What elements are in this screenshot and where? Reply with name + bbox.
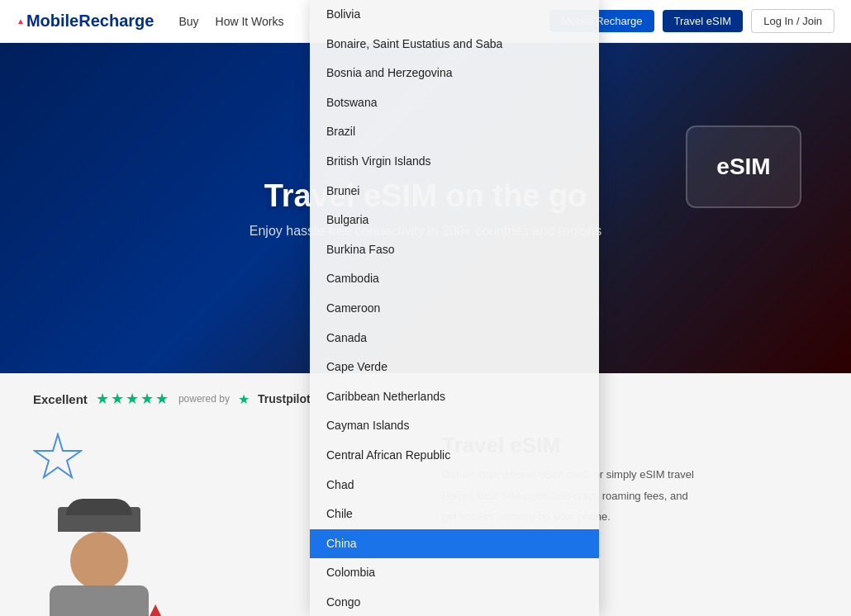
dropdown-item-brazil[interactable]: Brazil (310, 117, 599, 147)
dropdown-item-bonaire[interactable]: Bonaire, Saint Eustatius and Saba (310, 30, 599, 59)
dropdown-item-cape-verde[interactable]: Cape Verde (310, 353, 599, 382)
dropdown-item-bulgaria[interactable]: Bulgaria (310, 206, 599, 235)
face (70, 532, 128, 590)
dropdown-item-brunei[interactable]: Brunei (310, 177, 599, 206)
logo-icon: ▲ (17, 17, 25, 26)
dropdown-item-china[interactable]: China (310, 529, 599, 559)
dropdown-item-british-virgin-islands[interactable]: British Virgin Islands (310, 147, 599, 177)
dropdown-item-burkina-faso[interactable]: Burkina Faso (310, 235, 599, 265)
trustpilot-brand: Trustpilot (258, 392, 311, 405)
login-button[interactable]: Log In / Join (751, 9, 834, 33)
logo-text: MobileRecharge (26, 12, 154, 31)
person-illustration: ▲ (33, 499, 165, 616)
star-decoration (33, 433, 83, 482)
dropdown-item-cambodia[interactable]: Cambodia (310, 264, 599, 294)
svg-marker-0 (35, 434, 81, 477)
nav-buy[interactable]: Buy (178, 15, 198, 28)
tp-star-icon: ★ (238, 391, 250, 407)
dropdown-item-chad[interactable]: Chad (310, 471, 599, 500)
dropdown-item-botswana[interactable]: Botswana (310, 88, 599, 118)
dropdown-item-caribbean-netherlands[interactable]: Caribbean Netherlands (310, 382, 599, 412)
country-dropdown[interactable]: BoliviaBonaire, Saint Eustatius and Saba… (310, 0, 599, 616)
powered-by-label: powered by (178, 393, 230, 405)
arrow-decoration: ▲ (145, 598, 165, 616)
trustpilot-label: Excellent (33, 392, 88, 406)
dropdown-item-colombia[interactable]: Colombia (310, 558, 599, 588)
body (50, 585, 149, 616)
trustpilot-stars: ★★★★★ (96, 390, 170, 408)
dropdown-item-central-african-republic[interactable]: Central African Republic (310, 441, 599, 471)
nav-how-it-works[interactable]: How It Works (216, 15, 284, 28)
nav-travel-esim[interactable]: Travel eSIM (663, 10, 744, 32)
site-logo[interactable]: ▲ MobileRecharge (17, 12, 154, 31)
dropdown-item-canada[interactable]: Canada (310, 324, 599, 353)
dropdown-item-bolivia[interactable]: Bolivia (310, 0, 599, 30)
esim-badge: eSIM (686, 126, 801, 208)
dropdown-item-chile[interactable]: Chile (310, 500, 599, 529)
dropdown-item-cayman-islands[interactable]: Cayman Islands (310, 411, 599, 441)
dropdown-item-cameroon[interactable]: Cameroon (310, 294, 599, 324)
dropdown-item-congo[interactable]: Congo (310, 588, 599, 616)
hat-top (66, 499, 132, 515)
dropdown-item-bosnia[interactable]: Bosnia and Herzegovina (310, 59, 599, 88)
